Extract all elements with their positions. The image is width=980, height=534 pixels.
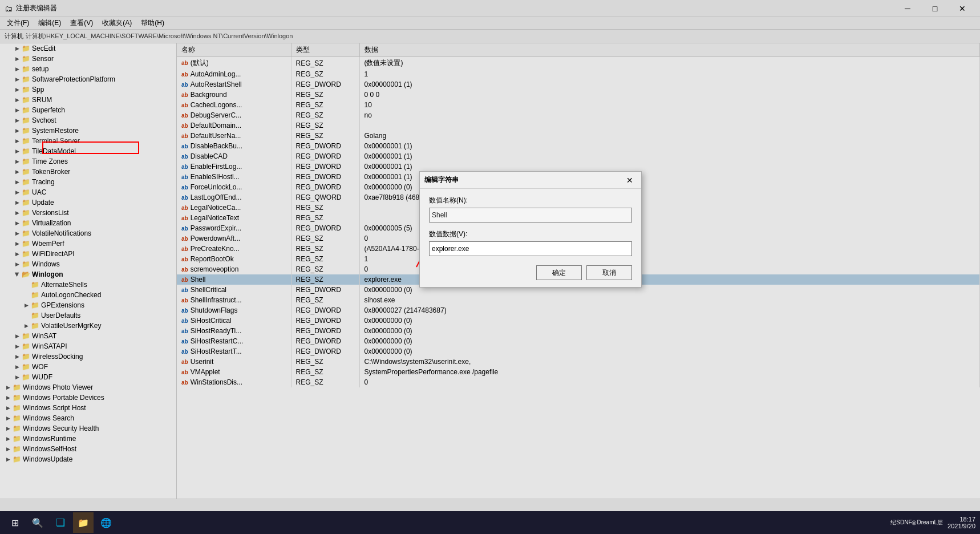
winlogon-annotation-box [42,141,139,154]
name-label: 数值名称(N): [429,196,632,205]
dialog-overlay: 编辑字符串 ✕ 数值名称(N): 数值数据(V): 确定 取消 [0,0,980,511]
start-button[interactable]: ⊞ [5,512,25,533]
clock: 18:17 2021/9/20 [947,516,975,529]
name-input[interactable] [429,208,632,222]
value-label: 数值数据(V): [429,229,632,239]
edge-button[interactable]: 🌐 [96,512,116,533]
cancel-button[interactable]: 取消 [586,265,632,280]
dialog-title-bar: 编辑字符串 ✕ [420,172,641,189]
taskbar: ⊞ 🔍 ❑ 📁 🌐 纪SDNF◎DreamL层 18:17 2021/9/20 [0,511,980,534]
dialog-close-button[interactable]: ✕ [623,173,637,187]
value-input[interactable] [429,241,632,256]
task-view-button[interactable]: ❑ [50,512,71,533]
time: 18:17 [947,516,975,523]
taskbar-right: 纪SDNF◎DreamL层 18:17 2021/9/20 [890,516,975,529]
systray-text: 纪SDNF◎DreamL层 [890,519,943,527]
edit-string-dialog: 编辑字符串 ✕ 数值名称(N): 数值数据(V): 确定 取消 [419,171,642,288]
ok-button[interactable]: 确定 [536,265,582,280]
file-explorer-button[interactable]: 📁 [73,512,94,533]
search-button[interactable]: 🔍 [27,512,48,533]
dialog-buttons: 确定 取消 [429,265,632,280]
date: 2021/9/20 [947,523,975,529]
dialog-title: 编辑字符串 [424,175,459,185]
dialog-body: 数值名称(N): 数值数据(V): 确定 取消 [420,189,641,287]
taskbar-left: ⊞ 🔍 ❑ 📁 🌐 [5,512,116,533]
